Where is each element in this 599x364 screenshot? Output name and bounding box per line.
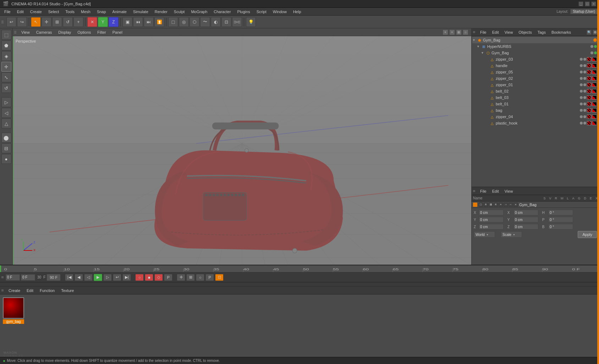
- left-tool-7[interactable]: ◁: [1, 108, 11, 118]
- hex-button[interactable]: ⬡: [189, 17, 199, 27]
- record-button[interactable]: ○: [135, 274, 144, 281]
- sphere-button[interactable]: ◎: [179, 17, 189, 27]
- vp-menu-options[interactable]: Options: [75, 29, 94, 35]
- maximize-button[interactable]: □: [585, 1, 590, 6]
- attr-obj-icon1[interactable]: □: [479, 203, 483, 207]
- coord-z-pos[interactable]: 0 cm: [479, 224, 504, 230]
- vp-menu-panel[interactable]: Panel: [110, 29, 125, 35]
- render-button[interactable]: 💡: [246, 17, 256, 27]
- tree-item-gym-bag-obj[interactable]: ▼ ⬡ Gym_Bag: [472, 50, 598, 56]
- mode-btn-0[interactable]: ✛: [177, 274, 185, 281]
- light-button[interactable]: ◐: [211, 17, 221, 27]
- left-tool-10[interactable]: ⊟: [1, 143, 11, 153]
- play-end-input-box[interactable]: 90 F: [46, 274, 61, 281]
- coord-system-dropdown[interactable]: World: [474, 231, 495, 238]
- auto-key-button[interactable]: P: [164, 274, 172, 281]
- select-tool-button[interactable]: ↖: [31, 17, 41, 27]
- left-tool-4[interactable]: ⤡: [1, 72, 11, 82]
- new-object-button[interactable]: +: [73, 17, 83, 27]
- attr-menu-edit[interactable]: Edit: [490, 188, 501, 194]
- current-frame-input[interactable]: [6, 274, 20, 281]
- keyframe-button[interactable]: ◇: [154, 274, 163, 281]
- attr-menu-file[interactable]: File: [478, 188, 489, 194]
- menu-sculpt[interactable]: Sculpt: [171, 9, 188, 15]
- frame-counter-input[interactable]: [21, 274, 35, 281]
- spline-button[interactable]: 〜: [200, 17, 210, 27]
- timeline-up-button[interactable]: ⏫: [154, 17, 164, 27]
- vp-icon-2[interactable]: ⊞: [456, 29, 462, 35]
- tree-item-plastic-hook[interactable]: △ plastic_hook: [472, 120, 598, 126]
- coord-y-pos[interactable]: 0 cm: [479, 217, 504, 222]
- play-forward-button[interactable]: ▶: [94, 274, 102, 281]
- minimize-button[interactable]: _: [578, 1, 583, 6]
- tree-item-handle[interactable]: △ handle: [472, 62, 598, 69]
- tree-item-hypernurbs[interactable]: ▼ ⊞ HyperNURBS: [472, 43, 598, 50]
- menu-render[interactable]: Render: [152, 9, 170, 15]
- vp-menu-display[interactable]: Display: [55, 29, 74, 35]
- coord-h[interactable]: 0 °: [548, 210, 573, 215]
- vp-menu-filter[interactable]: Filter: [94, 29, 109, 35]
- left-tool-5[interactable]: ↺: [1, 83, 11, 93]
- menu-window[interactable]: Window: [270, 9, 290, 15]
- obj-menu-file[interactable]: File: [478, 29, 489, 35]
- obj-menu-edit[interactable]: Edit: [490, 29, 501, 35]
- stop-button[interactable]: ■: [145, 274, 153, 281]
- menu-script[interactable]: Script: [254, 9, 269, 15]
- rotate-tool-button[interactable]: ↺: [63, 17, 73, 27]
- play-back-button[interactable]: ◀: [75, 274, 83, 281]
- menu-edit[interactable]: Edit: [14, 9, 27, 15]
- vp-icon-1[interactable]: +: [449, 29, 455, 35]
- menu-plugins[interactable]: Plugins: [235, 9, 253, 15]
- attr-obj-icon3[interactable]: ⊞: [489, 203, 493, 207]
- redo-button[interactable]: ↪: [17, 17, 27, 27]
- attr-obj-icon8[interactable]: ×: [513, 203, 518, 207]
- left-tool-1[interactable]: ⬟: [1, 40, 11, 50]
- menu-animate[interactable]: Animate: [110, 9, 130, 15]
- menu-tools[interactable]: Tools: [62, 9, 77, 15]
- transform-type-dropdown[interactable]: Scale: [501, 231, 522, 238]
- vp-icon-0[interactable]: +: [443, 29, 448, 35]
- cube-button[interactable]: □: [168, 17, 178, 27]
- timeline-start-button[interactable]: ⏮: [133, 17, 143, 27]
- coord-z-size[interactable]: 0 cm: [513, 224, 538, 230]
- viewport-3d[interactable]: Perspective Z X Y: [13, 36, 471, 265]
- prev-frame-button[interactable]: ◁: [84, 274, 93, 281]
- tree-item-gym-bag-root[interactable]: ▼ ⬟ Gym_Bag: [472, 37, 598, 43]
- mode-btn-3[interactable]: P: [205, 274, 214, 281]
- tree-item-zipper-01[interactable]: △ zipper_01: [472, 82, 598, 88]
- move-tool-button[interactable]: ✛: [42, 17, 51, 27]
- play-fast-button[interactable]: ↩: [113, 274, 121, 281]
- obj-menu-view[interactable]: View: [502, 29, 515, 35]
- menu-character[interactable]: Character: [211, 9, 233, 15]
- menu-snap[interactable]: Snap: [94, 9, 109, 15]
- tree-item-belt-02[interactable]: △ belt_02: [472, 88, 598, 94]
- obj-mgr-settings[interactable]: ⚙: [593, 30, 598, 35]
- coord-y-size[interactable]: 0 cm: [513, 217, 538, 222]
- menu-file[interactable]: File: [1, 9, 13, 15]
- left-tool-11[interactable]: ●: [1, 154, 11, 164]
- vp-menu-cameras[interactable]: Cameras: [33, 29, 55, 35]
- tree-item-zipper-02[interactable]: △ zipper_02: [472, 75, 598, 82]
- menu-select[interactable]: Select: [45, 9, 62, 15]
- circle-x-button[interactable]: ✕: [87, 17, 97, 27]
- mode-btn-2[interactable]: ○: [196, 274, 204, 281]
- coord-x-pos[interactable]: 0 cm: [479, 210, 504, 215]
- tree-item-zipper-03[interactable]: △ zipper_03: [472, 56, 598, 62]
- mat-menu-edit[interactable]: Edit: [24, 288, 36, 293]
- next-frame-button[interactable]: ▷: [103, 274, 112, 281]
- go-to-start-button[interactable]: |◀: [65, 274, 73, 281]
- mat-menu-texture[interactable]: Texture: [58, 288, 77, 293]
- menu-mograph[interactable]: MoGraph: [188, 9, 210, 15]
- attr-obj-icon4[interactable]: ≡: [494, 203, 498, 207]
- scale-tool-button[interactable]: ⊞: [52, 17, 62, 27]
- menu-simulate[interactable]: Simulate: [130, 9, 151, 15]
- obj-menu-objects[interactable]: Objects: [516, 29, 534, 35]
- tree-item-belt-03[interactable]: △ belt_03: [472, 94, 598, 101]
- vp-menu-view[interactable]: View: [18, 29, 33, 35]
- go-to-end-button[interactable]: ▶|: [122, 274, 131, 281]
- left-tool-9[interactable]: ⬤: [1, 133, 11, 143]
- coord-b[interactable]: 0 °: [548, 224, 573, 230]
- attr-obj-icon5[interactable]: +: [499, 203, 503, 207]
- menu-mesh[interactable]: Mesh: [78, 9, 93, 15]
- tree-item-belt-01[interactable]: △ belt_01: [472, 101, 598, 107]
